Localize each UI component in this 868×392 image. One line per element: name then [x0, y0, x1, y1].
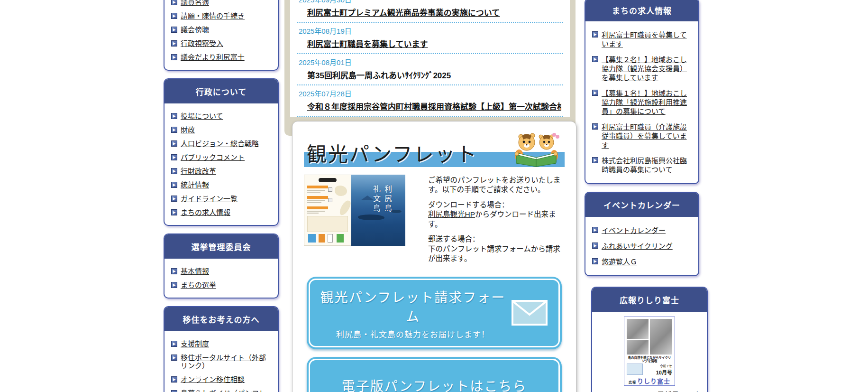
pamphlet-description: ご希望のパンフレットをお送りいたします。以下の手順でご請求ください。 ダウンロー… — [428, 175, 561, 269]
sidebar-item[interactable]: ▶パブリックコメント — [171, 150, 272, 164]
koho-latest-link[interactable]: 最新号リンク — [592, 390, 701, 392]
koho-box-title: 広報りしり富士 — [592, 288, 707, 312]
sidebar-link[interactable]: まちの求人情報 — [181, 208, 230, 216]
sidebar-item[interactable]: ▶まちの求人情報 — [171, 205, 272, 219]
sidebar-item[interactable]: ▶人口ビジョン・総合戦略 — [171, 137, 272, 150]
sidebar-item[interactable]: ▶まちの選挙 — [171, 278, 272, 292]
rishiri-tourism-hp-link[interactable]: 利尻島観光HP — [428, 210, 475, 218]
arrow-bullet-icon: ▶ — [171, 0, 177, 5]
sidebar-item[interactable]: ▶移住ポータルサイト（外部リンク） — [171, 351, 272, 373]
sidebar-link[interactable]: まちの選挙 — [181, 281, 216, 289]
sidebar-section-title: 行政について — [164, 79, 278, 103]
sidebar-link[interactable]: 基本情報 — [181, 267, 209, 275]
mail-case-label: 郵送する場合： — [428, 235, 480, 243]
arrow-bullet-icon: ▶ — [171, 376, 177, 383]
job-link[interactable]: 【募集１名！】地域おこし協力隊「観光施設利用推進員」の募集について — [602, 89, 693, 116]
pamphlet-intro-text: ご希望のパンフレットをお送りいたします。以下の手順でご請求ください。 — [428, 176, 561, 195]
event-box-title: イベントカレンダー — [585, 193, 698, 217]
sidebar-link[interactable]: 議員名簿 — [181, 0, 209, 6]
arrow-bullet-icon: ▶ — [592, 157, 598, 163]
arrow-bullet-icon: ▶ — [171, 355, 177, 361]
pamphlet-request-form-button[interactable]: 観光パンフレット請求フォーム 利尻島・礼文島の魅力をお届けします！ — [307, 277, 562, 349]
pamphlet-section: 観光パンフレット — [292, 121, 576, 392]
job-item[interactable]: ▶【募集１名！】地域おこし協力隊「観光施設利用推進員」の募集について — [592, 85, 693, 119]
sidebar-link[interactable]: 議会傍聴 — [181, 26, 209, 34]
news-title-link[interactable]: 令和８年度採用宗谷管内町村職員採用資格試験【上級】第一次試験合格者に… — [299, 100, 561, 112]
sidebar-link[interactable]: 請願・陳情の手続き — [181, 12, 245, 20]
sidebar-item[interactable]: ▶財政 — [171, 123, 272, 137]
sidebar-link[interactable]: パブリックコメント — [181, 153, 245, 161]
brochure-title-rishiri: 利尻島 — [382, 185, 393, 214]
sidebar-link[interactable]: 人口ビジョン・総合戦略 — [181, 140, 259, 148]
event-item[interactable]: ▶悠遊覧人Ｇ — [592, 254, 693, 270]
sidebar-link[interactable]: 島暮らしガイド（パンフレット） — [181, 389, 272, 392]
event-link[interactable]: イベントカレンダー — [602, 226, 666, 235]
news-title-link[interactable]: 利尻富士町プレミアム観光商品券事業の実施について — [299, 6, 561, 18]
news-date: 2025年08月19日 — [299, 26, 561, 36]
sidebar-item[interactable]: ▶支援制度 — [171, 337, 272, 351]
sidebar-item[interactable]: ▶基本情報 — [171, 264, 272, 278]
request-button-subtitle: 利尻島・礼文島の魅力をお届けします！ — [315, 328, 554, 340]
sidebar-link[interactable]: 議会だより利尻富士 — [181, 53, 245, 61]
news-date: 2025年07月28日 — [299, 88, 561, 98]
arrow-bullet-icon: ▶ — [171, 341, 177, 347]
sidebar-item[interactable]: ▶請願・陳情の手続き — [171, 9, 272, 23]
arrow-bullet-icon: ▶ — [171, 154, 177, 160]
sidebar-item[interactable]: ▶議会だより利尻富士 — [171, 50, 272, 64]
sidebar-item[interactable]: ▶議会傍聴 — [171, 23, 272, 37]
sidebar-box-election: 選挙管理委員会 ▶基本情報 ▶まちの選挙 — [164, 233, 279, 299]
sidebar-item[interactable]: ▶ガイドライン一覧 — [171, 192, 272, 205]
sidebar-item[interactable]: ▶オンライン移住相談 — [171, 373, 272, 386]
news-item: 2025年09月30日 利尻富士町プレミアム観光商品券事業の実施について — [297, 0, 563, 23]
koho-cover-logo: りしり富士 — [637, 378, 670, 385]
sidebar-item[interactable]: ▶統計情報 — [171, 178, 272, 192]
job-link[interactable]: 利尻富士町職員（介護施設従事職員）を募集しています — [602, 122, 693, 149]
sidebar-link[interactable]: 行財政改革 — [181, 167, 216, 175]
sidebar-item[interactable]: ▶行財政改革 — [171, 164, 272, 178]
job-item[interactable]: ▶株式会社利尻島振興公社臨時職員の募集について — [592, 153, 693, 177]
arrow-bullet-icon: ▶ — [592, 31, 598, 37]
jobs-box: まちの求人情報 ▶利尻富士町職員を募集しています ▶【募集２名！】地域おこし協力… — [585, 0, 699, 184]
job-item[interactable]: ▶【募集２名！】地域おこし協力隊（観光協会支援員）を募集しています — [592, 52, 693, 85]
news-item: 2025年08月01日 第35回利尻島一周ふれあいｻｲｸﾘﾝｸﾞ2025 — [297, 54, 563, 85]
arrow-bullet-icon: ▶ — [592, 227, 598, 233]
section-title: 観光パンフレット — [307, 138, 478, 167]
job-link[interactable]: 【募集２名！】地域おこし協力隊（観光協会支援員）を募集しています — [602, 55, 693, 82]
job-item[interactable]: ▶利尻富士町職員（介護施設従事職員）を募集しています — [592, 119, 693, 153]
news-title-link[interactable]: 第35回利尻島一周ふれあいｻｲｸﾘﾝｸﾞ2025 — [299, 69, 561, 81]
job-item[interactable]: ▶利尻富士町職員を募集しています — [592, 27, 693, 52]
sidebar-section-title: 選挙管理委員会 — [164, 234, 278, 259]
sidebar-link[interactable]: 行政視察受入 — [181, 39, 223, 47]
sidebar-item[interactable]: ▶議員名簿 — [171, 0, 272, 9]
event-link[interactable]: 悠遊覧人Ｇ — [602, 257, 637, 266]
sidebar-link[interactable]: 役場について — [181, 112, 223, 120]
digital-button-title: 電子版パンフレットはこちら — [315, 376, 554, 392]
koho-cover-headline: 島の自然を感じながらサイクリングを満喫 — [627, 356, 672, 363]
news-title-link[interactable]: 利尻富士町職員を募集しています — [299, 37, 561, 49]
arrow-bullet-icon: ▶ — [171, 140, 177, 147]
koho-rishirifuji-box: 広報りしり富士 島の自然を感じながらサイクリングを満喫 令和７年 10月号 — [591, 287, 708, 392]
sidebar-link[interactable]: 支援制度 — [181, 340, 209, 348]
arrow-bullet-icon: ▶ — [171, 27, 177, 33]
arrow-bullet-icon: ▶ — [171, 209, 177, 215]
sidebar-section-title: 移住をお考えの方へ — [164, 307, 278, 331]
event-link[interactable]: ふれあいサイクリング — [602, 242, 673, 251]
koho-cover-image[interactable]: 島の自然を感じながらサイクリングを満喫 令和７年 10月号 広報りしり富士 — [624, 317, 675, 386]
sidebar-item[interactable]: ▶役場について — [171, 109, 272, 123]
sidebar-item[interactable]: ▶島暮らしガイド（パンフレット） — [171, 386, 272, 392]
event-item[interactable]: ▶ふれあいサイクリング — [592, 238, 693, 254]
news-item: 2025年08月19日 利尻富士町職員を募集しています — [297, 23, 563, 54]
arrow-bullet-icon: ▶ — [592, 243, 598, 249]
sidebar-link[interactable]: 統計情報 — [181, 181, 209, 189]
digital-pamphlet-button[interactable]: 電子版パンフレットはこちら — [307, 357, 562, 392]
sidebar-item[interactable]: ▶行政視察受入 — [171, 37, 272, 50]
sidebar-link[interactable]: ガイドライン一覧 — [181, 195, 238, 203]
arrow-bullet-icon: ▶ — [592, 123, 598, 130]
event-item[interactable]: ▶イベントカレンダー — [592, 223, 693, 238]
sidebar-link[interactable]: 財政 — [181, 126, 195, 134]
sidebar-box-migration: 移住をお考えの方へ ▶支援制度 ▶移住ポータルサイト（外部リンク） ▶オンライン… — [164, 306, 279, 392]
sidebar-link[interactable]: 移住ポータルサイト（外部リンク） — [181, 354, 272, 370]
job-link[interactable]: 株式会社利尻島振興公社臨時職員の募集について — [602, 156, 693, 174]
job-link[interactable]: 利尻富士町職員を募集しています — [602, 30, 693, 48]
sidebar-link[interactable]: オンライン移住相談 — [181, 375, 245, 383]
